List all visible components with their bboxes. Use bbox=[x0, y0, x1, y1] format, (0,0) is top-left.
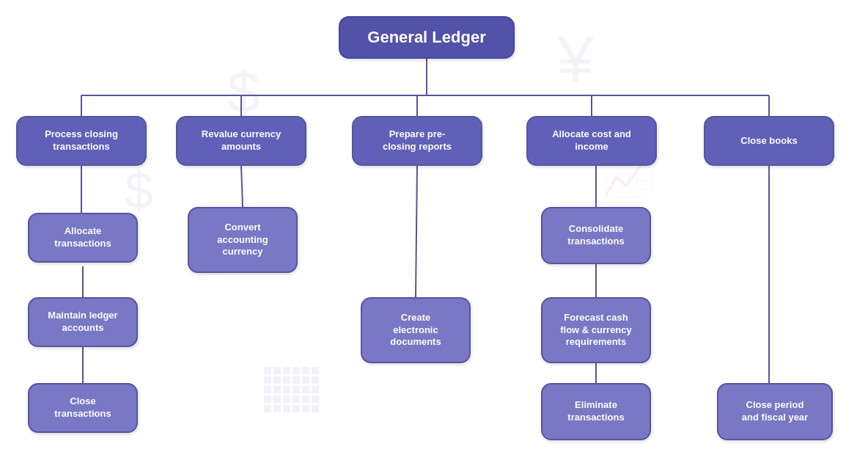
node-allocate-transactions: Allocate transactions bbox=[28, 213, 138, 263]
watermark-grid1 bbox=[264, 367, 319, 412]
node-process-closing: Process closing transactions bbox=[16, 116, 147, 166]
node-forecast-cashflow: Forecast cash flow & currency requiremen… bbox=[541, 297, 651, 363]
watermark-dollar2: $ bbox=[125, 161, 153, 220]
node-consolidate-transactions: Consolidate transactions bbox=[541, 207, 651, 264]
chart-container: $ ¥ $ 📈 bbox=[0, 0, 868, 474]
watermark-yen: ¥ bbox=[557, 22, 594, 98]
node-maintain-ledger: Maintain ledger accounts bbox=[28, 297, 138, 347]
node-close-period-fiscal: Close period and fiscal year bbox=[717, 383, 833, 440]
node-close-transactions: Close transactions bbox=[28, 383, 138, 433]
node-eliminate-transactions: Eliminate transactions bbox=[541, 383, 651, 440]
node-create-electronic-docs: Create electronic documents bbox=[361, 297, 471, 363]
svg-line-10 bbox=[241, 166, 243, 207]
root-node: General Ledger bbox=[339, 16, 515, 59]
node-convert-accounting: Convert accounting currency bbox=[188, 207, 298, 273]
node-allocate-cost: Allocate cost and income bbox=[526, 116, 657, 166]
svg-line-11 bbox=[416, 166, 417, 297]
node-revalue-currency: Revalue currency amounts bbox=[176, 116, 306, 166]
node-close-books: Close books bbox=[704, 116, 834, 166]
node-prepare-preclosing: Prepare pre- closing reports bbox=[352, 116, 482, 166]
